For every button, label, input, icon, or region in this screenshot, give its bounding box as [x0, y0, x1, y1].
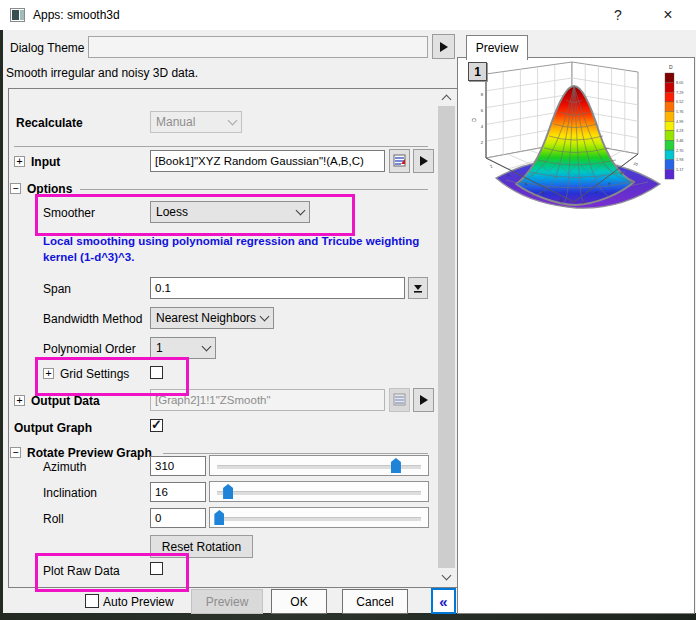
output-data-label: Output Data: [31, 394, 100, 408]
output-data-field[interactable]: [Graph2]1!1"ZSmooth": [150, 389, 385, 411]
form-scrollbar[interactable]: [438, 89, 455, 585]
worksheet-selector-icon: [393, 154, 407, 168]
plot-raw-data-checkbox[interactable]: [150, 562, 163, 575]
scrollbar-down-icon[interactable]: [438, 568, 455, 585]
input-flyout-button[interactable]: [413, 149, 434, 173]
polynomial-order-label: Polynomial Order: [43, 342, 136, 356]
svg-text:10: 10: [633, 161, 640, 168]
svg-text:4: 4: [481, 124, 484, 129]
window-title: Apps: smooth3d: [33, 8, 120, 22]
input-range-field[interactable]: [Book1]"XYZ Random Gaussian"!(A,B,C): [150, 150, 385, 172]
preview-3d-plot: 10 8 6 4 2 D 2 4 6 8 10 2 4 6 8 10 D: [470, 60, 692, 252]
grid-settings-expand-icon[interactable]: +: [43, 368, 54, 379]
options-collapse-icon[interactable]: −: [10, 183, 21, 194]
ok-button[interactable]: OK: [271, 589, 327, 614]
dialog-theme-input[interactable]: [88, 36, 428, 58]
auto-preview-label: Auto Preview: [103, 595, 174, 609]
dialog-description: Smooth irregular and noisy 3D data.: [6, 66, 198, 80]
roll-input[interactable]: 0: [150, 508, 206, 528]
svg-text:2: 2: [489, 163, 494, 169]
help-icon[interactable]: ?: [598, 0, 638, 30]
svg-text:6.52: 6.52: [676, 100, 683, 104]
colorbar-title: D: [669, 64, 673, 70]
slider-track: [217, 517, 421, 521]
collapse-dialog-button[interactable]: «: [431, 588, 456, 614]
inclination-label: Inclination: [43, 486, 97, 500]
inclination-slider[interactable]: [209, 481, 429, 502]
span-input[interactable]: 0.1: [150, 277, 405, 299]
bandwidth-method-label: Bandwidth Method: [43, 312, 142, 326]
slider-track: [217, 465, 421, 469]
svg-text:3.46: 3.46: [676, 139, 683, 143]
flyout-arrow-icon: [420, 156, 428, 166]
rotate-preview-graph-label: Rotate Preview Graph: [27, 446, 152, 460]
smoother-dropdown[interactable]: Loess: [150, 201, 310, 223]
svg-text:1.17: 1.17: [676, 168, 683, 172]
grid-settings-checkbox[interactable]: [150, 366, 163, 379]
svg-text:7.29: 7.29: [676, 91, 683, 95]
span-label: Span: [43, 282, 71, 296]
section-divider: [14, 146, 428, 147]
azimuth-input[interactable]: 310: [150, 456, 206, 476]
z-axis-title: D: [471, 118, 477, 122]
titlebar: Apps: smooth3d ? ×: [0, 0, 696, 30]
output-data-flyout-button[interactable]: [413, 388, 434, 412]
svg-text:1.93: 1.93: [676, 158, 683, 162]
input-label: Input: [31, 155, 60, 169]
roll-label: Roll: [43, 512, 64, 526]
chevron-down-icon: [202, 341, 212, 351]
collapse-dialog-icon: «: [439, 593, 447, 610]
output-graph-checkbox[interactable]: [150, 419, 163, 432]
flyout-arrow-icon: [420, 395, 428, 405]
svg-text:5.76: 5.76: [676, 110, 683, 114]
app-icon: [10, 8, 25, 22]
span-dropdown-icon: [413, 283, 423, 293]
output-graph-label: Output Graph: [14, 421, 92, 435]
inclination-slider-thumb[interactable]: [223, 484, 233, 499]
flyout-arrow-icon: [440, 42, 448, 52]
smoother-note-line2: kernel (1-d^3)^3.: [43, 249, 134, 265]
azimuth-slider-thumb[interactable]: [391, 458, 401, 473]
preview-button[interactable]: Preview: [191, 589, 263, 614]
chevron-down-icon: [228, 115, 238, 125]
grid-settings-label: Grid Settings: [60, 367, 129, 381]
svg-text:8.05: 8.05: [676, 81, 683, 85]
tab-preview[interactable]: Preview: [466, 35, 528, 60]
scrollbar-thumb[interactable]: [438, 106, 455, 568]
input-expand-icon[interactable]: +: [14, 156, 25, 167]
svg-text:6: 6: [481, 108, 484, 113]
rotate-collapse-icon[interactable]: −: [10, 447, 21, 458]
plot-colorbar: D 8.05 7.29 6.52 5.76 4.99 4.23: [665, 64, 683, 179]
slider-track: [217, 491, 421, 495]
input-worksheet-selector-button[interactable]: [389, 149, 410, 173]
roll-slider[interactable]: [209, 507, 429, 528]
dialog-theme-label: Dialog Theme: [10, 41, 84, 55]
svg-text:2: 2: [481, 140, 484, 145]
roll-slider-thumb[interactable]: [214, 510, 224, 525]
worksheet-selector-icon: [393, 393, 407, 407]
output-data-selector-button[interactable]: [389, 388, 410, 412]
span-dropdown-button[interactable]: [408, 277, 428, 299]
svg-text:4.99: 4.99: [676, 120, 683, 124]
svg-text:8: 8: [481, 92, 484, 97]
plot-raw-data-label: Plot Raw Data: [43, 564, 120, 578]
bandwidth-method-dropdown[interactable]: Nearest Neighbors: [150, 307, 274, 329]
azimuth-slider[interactable]: [209, 455, 429, 476]
svg-text:2.70: 2.70: [676, 149, 683, 153]
options-divider: [80, 189, 428, 190]
cancel-button[interactable]: Cancel: [342, 589, 408, 614]
options-label: Options: [27, 182, 72, 196]
polynomial-order-dropdown[interactable]: 1: [150, 337, 216, 359]
close-icon[interactable]: ×: [646, 0, 690, 30]
rotate-divider: [163, 453, 428, 454]
scrollbar-up-icon[interactable]: [438, 89, 455, 106]
smoother-note-line1: Local smoothing using polynomial regress…: [43, 233, 419, 249]
smoother-label: Smoother: [43, 206, 95, 220]
recalculate-dropdown[interactable]: Manual: [150, 111, 242, 133]
reset-rotation-button[interactable]: Reset Rotation: [150, 535, 253, 558]
inclination-input[interactable]: 16: [150, 482, 206, 502]
output-data-expand-icon[interactable]: +: [14, 395, 25, 406]
auto-preview-checkbox[interactable]: [85, 594, 99, 608]
dialog-theme-flyout-button[interactable]: [432, 34, 455, 59]
recalculate-label: Recalculate: [16, 116, 83, 130]
